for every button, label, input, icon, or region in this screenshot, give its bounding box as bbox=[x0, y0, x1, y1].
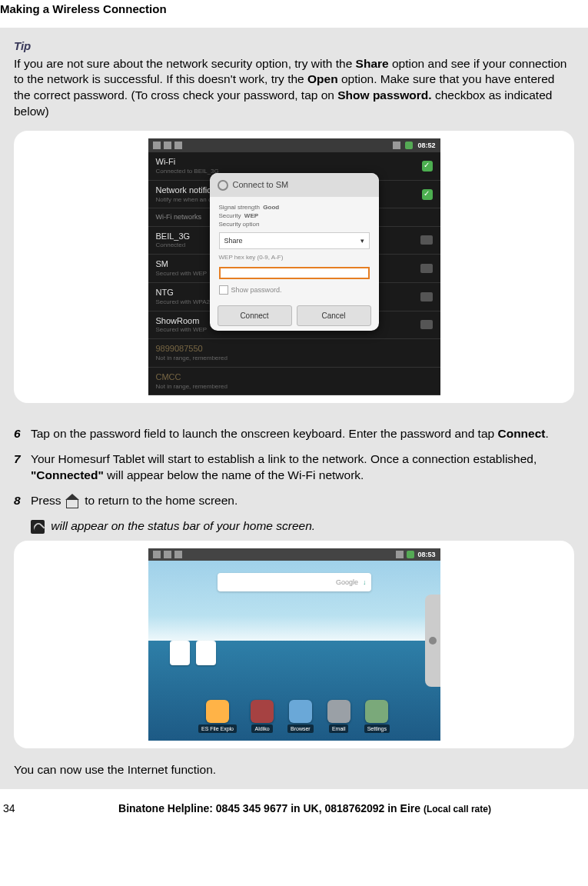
app-icon bbox=[365, 700, 388, 723]
left-widgets bbox=[170, 641, 216, 665]
dock-item[interactable]: ES File Explo bbox=[198, 700, 237, 733]
show-password-row[interactable]: Show password. bbox=[219, 285, 370, 295]
page-title: Making a Wireless Connection bbox=[0, 0, 588, 23]
signal-label: Signal strength bbox=[219, 204, 260, 211]
dialog-info: Signal strength Good Security WEP Securi… bbox=[219, 203, 370, 229]
dropdown-value: Share bbox=[224, 236, 243, 245]
step-8-num: 8 bbox=[14, 493, 31, 509]
step-7-text-c: will appear below the name of the Wi-Fi … bbox=[104, 468, 364, 481]
app-drawer-handle[interactable] bbox=[425, 595, 440, 687]
status-note: will appear on the status bar of your ho… bbox=[14, 518, 574, 535]
step-7-text-a: Your Homesurf Tablet will start to estab… bbox=[31, 452, 537, 465]
wifi-signal-icon bbox=[420, 235, 433, 245]
status-usb-icon bbox=[153, 551, 161, 558]
app-label: Email bbox=[329, 724, 349, 733]
check-icon[interactable] bbox=[422, 161, 433, 172]
check-icon[interactable] bbox=[422, 189, 433, 200]
step-8-text-a: Press bbox=[31, 494, 65, 507]
dock-item[interactable]: Settings bbox=[364, 700, 390, 733]
status-usb-icon bbox=[153, 142, 161, 149]
helpline-rate: (Local call rate) bbox=[424, 804, 491, 814]
security-value: WEP bbox=[244, 212, 258, 219]
dialog-icon bbox=[218, 180, 228, 191]
step-6-text-a: Tap on the password field to launch the … bbox=[31, 427, 497, 440]
dialog-body: Signal strength Good Security WEP Securi… bbox=[210, 197, 379, 301]
status-battery-icon bbox=[407, 551, 414, 558]
status-wifi-icon bbox=[396, 551, 404, 558]
connect-button[interactable]: Connect bbox=[218, 305, 292, 327]
app-label: Settings bbox=[364, 724, 390, 733]
status-debug-icon bbox=[164, 551, 171, 558]
wifi-settings-screen: 08:52 Wi-FiConnected to BEIL_3GNetwork n… bbox=[148, 138, 440, 395]
cancel-button[interactable]: Cancel bbox=[297, 305, 371, 327]
dialog-title: Connect to SM bbox=[233, 179, 289, 191]
status-download-icon bbox=[174, 551, 182, 558]
security-label: Security bbox=[219, 212, 241, 219]
step-6-num: 6 bbox=[14, 426, 31, 442]
helpline: Binatone Helpline: 0845 345 9677 in UK, … bbox=[25, 801, 585, 816]
app-label: Aldiko bbox=[251, 724, 272, 733]
home-status-bar: 08:53 bbox=[148, 548, 440, 561]
status-time: 08:52 bbox=[417, 141, 435, 150]
status-bar: 08:52 bbox=[148, 138, 440, 152]
app-icon bbox=[289, 700, 312, 723]
dialog-buttons: Connect Cancel bbox=[210, 301, 379, 327]
wifi-network-row[interactable]: CMCCNot in range, remembered bbox=[148, 368, 440, 396]
wifi-network-row[interactable]: 9899087550Not in range, remembered bbox=[148, 339, 440, 368]
status-note-text: will appear on the status bar of your ho… bbox=[48, 519, 315, 532]
status-battery-icon bbox=[405, 142, 413, 149]
wifi-signal-icon bbox=[420, 292, 433, 301]
page-number: 34 bbox=[3, 801, 25, 816]
dock-item[interactable]: Browser bbox=[287, 700, 314, 733]
dock: ES File ExploAldikoBrowserEmailSettings bbox=[148, 700, 440, 733]
signal-value: Good bbox=[263, 204, 279, 211]
widget-2[interactable] bbox=[196, 641, 216, 665]
app-icon bbox=[251, 700, 274, 723]
status-wifi-icon bbox=[393, 142, 400, 149]
wifi-screenshot-card: 08:52 Wi-FiConnected to BEIL_3GNetwork n… bbox=[14, 131, 574, 403]
tip-share-bold: Share bbox=[356, 57, 389, 70]
wifi-signal-icon bbox=[420, 264, 433, 273]
wep-key-input[interactable] bbox=[219, 267, 370, 279]
step-7: 7 Your Homesurf Tablet will start to est… bbox=[14, 451, 574, 484]
widget-1[interactable] bbox=[170, 641, 190, 665]
show-password-label: Show password. bbox=[231, 285, 282, 295]
connect-dialog: Connect to SM Signal strength Good Secur… bbox=[210, 173, 379, 331]
step-6-text-c: . bbox=[545, 427, 548, 440]
google-search-bar[interactable]: Google ↓ bbox=[218, 573, 371, 591]
app-icon bbox=[206, 700, 229, 723]
step-6: 6 Tap on the password field to launch th… bbox=[14, 426, 574, 442]
home-screen: 08:53 Google ↓ ES File ExploAldikoBrowse… bbox=[148, 548, 440, 741]
app-icon bbox=[327, 700, 350, 723]
footer: 34 Binatone Helpline: 0845 345 9677 in U… bbox=[0, 789, 588, 819]
option-label: Security option bbox=[219, 221, 260, 228]
tip-box: Tip If you are not sure about the networ… bbox=[0, 28, 588, 415]
show-password-checkbox[interactable] bbox=[219, 285, 228, 295]
status-debug-icon bbox=[164, 142, 171, 149]
status-download-icon bbox=[174, 142, 182, 149]
closing-text: You can now use the Internet function. bbox=[0, 758, 588, 789]
tip-text: If you are not sure about the network se… bbox=[14, 56, 574, 121]
step-7-connected: "Connected" bbox=[31, 468, 104, 481]
dock-item[interactable]: Aldiko bbox=[251, 700, 274, 733]
tip-open-bold: Open bbox=[307, 72, 338, 85]
dock-item[interactable]: Email bbox=[327, 700, 350, 733]
app-label: Browser bbox=[287, 724, 314, 733]
step-8: 8 Press to return to the home screen. bbox=[14, 493, 574, 509]
step-8-text-b: to return to the home screen. bbox=[81, 494, 238, 507]
home-screenshot-card: 08:53 Google ↓ ES File ExploAldikoBrowse… bbox=[14, 541, 574, 748]
step-7-num: 7 bbox=[14, 451, 31, 484]
home-icon bbox=[66, 495, 80, 508]
security-option-dropdown[interactable]: Share ▾ bbox=[219, 232, 370, 249]
mic-icon[interactable]: ↓ bbox=[363, 578, 367, 587]
wep-key-label: WEP hex key (0-9, A-F) bbox=[219, 254, 370, 262]
helpline-text: Binatone Helpline: 0845 345 9677 in UK, … bbox=[118, 802, 424, 814]
step-6-connect: Connect bbox=[497, 427, 545, 440]
home-status-time: 08:53 bbox=[417, 550, 435, 559]
steps-section: 6 Tap on the password field to launch th… bbox=[0, 415, 588, 758]
wifi-signal-icon bbox=[420, 320, 433, 329]
dialog-title-bar: Connect to SM bbox=[210, 173, 379, 197]
chevron-down-icon: ▾ bbox=[360, 236, 364, 245]
tip-showpw-bold: Show password. bbox=[337, 88, 431, 102]
tip-part-1: If you are not sure about the network se… bbox=[14, 57, 356, 70]
